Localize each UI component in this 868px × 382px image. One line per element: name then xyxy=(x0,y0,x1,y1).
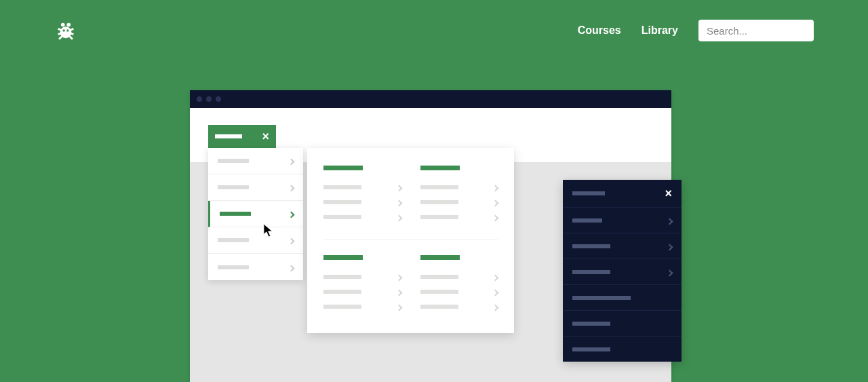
chevron-right-icon xyxy=(397,286,401,297)
placeholder-bar xyxy=(572,244,610,248)
chevron-right-icon xyxy=(397,301,401,312)
mega-item[interactable] xyxy=(420,269,498,284)
placeholder-bar xyxy=(218,185,249,189)
mega-item[interactable] xyxy=(323,269,401,284)
chevron-right-icon xyxy=(667,214,672,227)
nav-right: Courses Library xyxy=(578,20,814,41)
chevron-right-icon xyxy=(493,286,498,297)
chevron-right-icon xyxy=(493,301,498,312)
column-heading-bar xyxy=(420,255,460,260)
mega-column xyxy=(420,166,498,225)
menu-trigger[interactable]: × xyxy=(208,125,276,148)
placeholder-bar xyxy=(420,275,458,279)
mega-item[interactable] xyxy=(323,284,401,299)
placeholder-bar xyxy=(323,215,361,219)
mega-item[interactable] xyxy=(323,299,401,314)
chevron-right-icon xyxy=(493,182,498,193)
placeholder-bar xyxy=(420,215,458,219)
chevron-right-icon xyxy=(493,271,498,282)
dark-panel: × xyxy=(563,180,682,362)
top-nav: Courses Library xyxy=(0,0,868,61)
svg-line-4 xyxy=(58,33,61,34)
chevron-right-icon xyxy=(397,197,401,208)
chevron-right-icon xyxy=(289,234,294,246)
dark-item[interactable] xyxy=(563,207,682,233)
placeholder-bar xyxy=(218,265,249,269)
menu-item[interactable] xyxy=(208,148,303,174)
placeholder-bar xyxy=(572,322,610,326)
dropdown-menu xyxy=(208,148,303,280)
placeholder-bar xyxy=(420,290,458,294)
mega-column xyxy=(323,166,401,225)
chevron-right-icon xyxy=(289,181,294,193)
chevron-right-icon xyxy=(667,240,672,252)
close-icon[interactable]: × xyxy=(665,187,672,201)
svg-point-1 xyxy=(61,23,65,27)
window-dot-icon xyxy=(197,96,202,102)
placeholder-bar xyxy=(323,305,361,309)
placeholder-bar xyxy=(420,200,458,204)
svg-point-2 xyxy=(66,23,71,27)
placeholder-bar xyxy=(215,134,242,138)
chevron-right-icon xyxy=(289,155,294,167)
dark-item[interactable] xyxy=(563,336,682,362)
svg-line-5 xyxy=(59,37,62,39)
search-input[interactable] xyxy=(698,20,814,41)
placeholder-bar xyxy=(218,159,249,163)
placeholder-bar xyxy=(572,347,610,351)
chevron-right-icon xyxy=(289,208,294,220)
mega-item[interactable] xyxy=(323,210,401,225)
svg-line-7 xyxy=(71,33,73,34)
close-icon[interactable]: × xyxy=(262,130,269,144)
chevron-right-icon xyxy=(667,266,672,278)
window-dot-icon xyxy=(206,96,212,102)
chevron-right-icon xyxy=(397,212,401,223)
placeholder-bar xyxy=(572,218,602,223)
placeholder-bar xyxy=(572,270,610,274)
dark-item[interactable] xyxy=(563,284,682,310)
placeholder-bar xyxy=(572,296,631,300)
placeholder-bar xyxy=(420,305,458,309)
dark-item[interactable] xyxy=(563,233,682,259)
nav-link-courses[interactable]: Courses xyxy=(578,24,621,37)
mega-item[interactable] xyxy=(420,180,498,195)
placeholder-bar xyxy=(323,290,361,294)
menu-item-active[interactable] xyxy=(208,201,303,227)
window-titlebar xyxy=(190,90,671,108)
divider xyxy=(323,240,498,240)
chevron-right-icon xyxy=(493,197,498,208)
mega-item[interactable] xyxy=(420,299,498,314)
menu-item[interactable] xyxy=(208,254,303,280)
mega-item[interactable] xyxy=(323,195,401,210)
mega-menu xyxy=(307,148,514,333)
nav-link-library[interactable]: Library xyxy=(642,24,678,37)
column-heading-bar xyxy=(420,166,460,170)
placeholder-bar xyxy=(220,212,251,216)
menu-item[interactable] xyxy=(208,227,303,254)
chevron-right-icon xyxy=(397,271,401,282)
placeholder-bar xyxy=(323,185,361,189)
mega-item[interactable] xyxy=(420,210,498,225)
mega-item[interactable] xyxy=(323,180,401,195)
svg-point-9 xyxy=(62,29,64,31)
window-dot-icon xyxy=(216,96,221,102)
dark-item[interactable] xyxy=(563,259,682,284)
placeholder-bar xyxy=(323,275,361,279)
dark-item[interactable] xyxy=(563,310,682,336)
mega-item[interactable] xyxy=(420,284,498,299)
chevron-right-icon xyxy=(397,182,401,193)
mega-row xyxy=(323,166,498,225)
placeholder-bar xyxy=(323,200,361,204)
placeholder-bar xyxy=(572,191,605,195)
menu-item[interactable] xyxy=(208,174,303,201)
dark-panel-header: × xyxy=(563,180,682,207)
mega-item[interactable] xyxy=(420,195,498,210)
chevron-right-icon xyxy=(289,261,294,273)
chevron-right-icon xyxy=(493,212,498,223)
svg-point-10 xyxy=(66,29,68,31)
mega-row xyxy=(323,255,498,314)
placeholder-bar xyxy=(420,185,458,189)
svg-line-8 xyxy=(70,37,73,39)
mega-column xyxy=(420,255,498,314)
column-heading-bar xyxy=(323,255,363,260)
